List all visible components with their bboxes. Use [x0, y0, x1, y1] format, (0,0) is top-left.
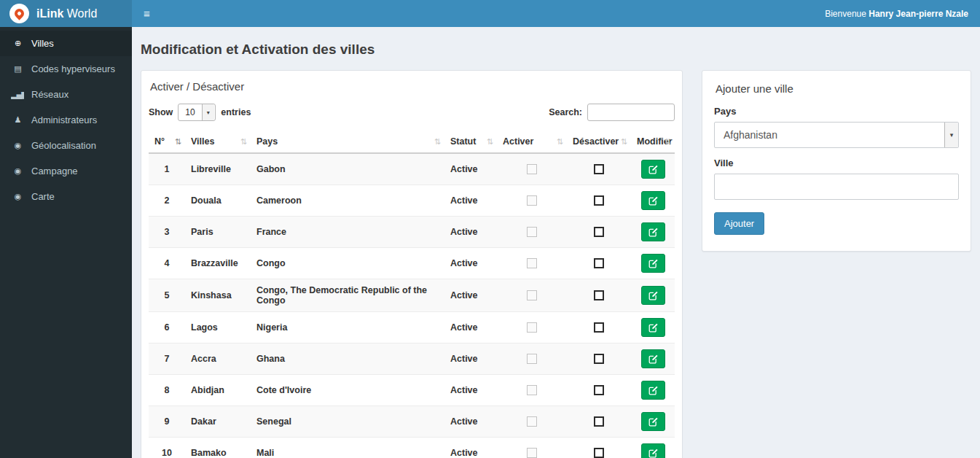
activer-checkbox	[527, 322, 537, 333]
ville-input[interactable]	[714, 174, 959, 200]
column-header[interactable]: Modifier ⇅	[631, 131, 675, 153]
modifier-button[interactable]	[641, 222, 665, 241]
statut-cell: Active	[444, 344, 497, 375]
sidebar-item-villes[interactable]: ⊕ Villes	[0, 31, 132, 56]
desactiver-checkbox[interactable]	[594, 258, 604, 268]
welcome-prefix: Bienvenue	[825, 9, 866, 19]
modifier-button[interactable]	[641, 381, 665, 400]
map-marker-icon: ◉	[11, 166, 24, 176]
activer-checkbox	[527, 195, 537, 206]
sidebar-item-administrateurs[interactable]: ♟ Administrateurs	[0, 107, 132, 133]
brand-title: iLink World	[36, 7, 97, 20]
modifier-button[interactable]	[641, 349, 665, 368]
table-row: 7 Accra Ghana Active	[149, 344, 675, 375]
user-icon: ♟	[11, 115, 24, 125]
column-header-label: Villes	[191, 136, 214, 147]
activer-checkbox	[527, 354, 537, 364]
hamburger-menu-icon[interactable]: ≡	[132, 0, 162, 27]
desactiver-checkbox[interactable]	[594, 354, 604, 364]
search-control: Search:	[549, 104, 675, 121]
desactiver-checkbox[interactable]	[594, 385, 604, 395]
table-row: 1 Libreville Gabon Active	[149, 153, 675, 185]
statut-cell: Active	[444, 375, 497, 406]
pays-cell: Senegal	[251, 406, 444, 438]
pays-cell: France	[251, 217, 444, 248]
page-length-select[interactable]: 10 ▾	[178, 104, 216, 121]
sidebar-item-label: Administrateurs	[31, 114, 97, 125]
desactiver-checkbox[interactable]	[594, 195, 604, 206]
sidebar-item-codes-hyperviseurs[interactable]: ▤ Codes hyperviseurs	[0, 56, 132, 82]
sidebar-item-label: Carte	[31, 191, 55, 202]
column-header[interactable]: Activer ⇅	[497, 131, 567, 153]
modifier-button[interactable]	[641, 254, 665, 273]
sidebar-item-carte[interactable]: ◉ Carte	[0, 184, 132, 209]
search-label: Search:	[549, 107, 582, 117]
desactiver-checkbox[interactable]	[594, 448, 604, 458]
column-header[interactable]: Désactiver ⇅	[567, 131, 631, 153]
ville-cell: Dakar	[185, 406, 251, 438]
search-input[interactable]	[587, 104, 675, 121]
modifier-button[interactable]	[641, 286, 665, 305]
sidebar-item-campagne[interactable]: ◉ Campagne	[0, 158, 132, 184]
desactiver-checkbox[interactable]	[594, 227, 604, 237]
sidebar-item-reseaux[interactable]: ▂▄▆ Réseaux	[0, 82, 132, 107]
ville-cell: Brazzaville	[185, 248, 251, 279]
modifier-button[interactable]	[641, 318, 665, 337]
column-header[interactable]: Pays ⇅	[251, 131, 444, 153]
page-length-control: Show 10 ▾ entries	[149, 104, 251, 121]
desactiver-checkbox[interactable]	[594, 164, 604, 174]
row-number-cell: 1	[149, 153, 185, 185]
sidebar-item-label: Campagne	[31, 166, 78, 176]
column-header[interactable]: N° ⇅	[149, 131, 185, 153]
modifier-button[interactable]	[641, 191, 665, 210]
sort-icon: ⇅	[240, 137, 247, 147]
desactiver-checkbox[interactable]	[594, 416, 604, 427]
activer-checkbox	[527, 258, 537, 268]
pays-label: Pays	[714, 106, 959, 117]
column-header-label: Désactiver	[573, 136, 619, 147]
top-navbar: iLink World ≡ Bienvenue Hanry Jean-pierr…	[0, 0, 980, 27]
table-row: 9 Dakar Senegal Active	[149, 406, 675, 438]
villes-table-body: 1 Libreville Gabon Active 2 Douala Camer…	[149, 153, 675, 458]
map-pin-icon	[12, 7, 26, 20]
modifier-button[interactable]	[641, 160, 665, 179]
modifier-button[interactable]	[641, 412, 665, 431]
sidebar-item-label: Villes	[31, 38, 54, 49]
chevron-down-icon: ▾	[202, 104, 214, 120]
edit-icon	[648, 386, 658, 395]
desactiver-checkbox[interactable]	[594, 290, 604, 300]
edit-icon	[648, 196, 658, 206]
table-panel-title: Activer / Désactiver	[150, 80, 675, 93]
activer-checkbox	[527, 385, 537, 395]
add-ville-panel: Ajouter une ville Pays Afghanistan ▾ Vil…	[702, 70, 971, 252]
pays-cell: Congo, The Democratic Republic of the Co…	[251, 279, 444, 312]
table-row: 6 Lagos Nigeria Active	[149, 312, 675, 344]
brand-logo-area[interactable]: iLink World	[0, 0, 132, 27]
add-panel-title: Ajouter une ville	[716, 82, 959, 95]
activer-checkbox	[527, 164, 537, 174]
sidebar-item-geolocalisation[interactable]: ◉ Géolocalisation	[0, 133, 132, 158]
pays-select[interactable]: Afghanistan ▾	[714, 122, 959, 148]
main-content: Modification et Activation des villes Ac…	[132, 27, 980, 458]
pays-cell: Congo	[251, 248, 444, 279]
row-number-cell: 5	[149, 279, 185, 312]
desactiver-checkbox[interactable]	[594, 322, 604, 333]
column-header[interactable]: Villes ⇅	[185, 131, 251, 153]
table-header-row: N° ⇅ Villes ⇅ Pays ⇅ Statut ⇅ Activer ⇅ …	[149, 131, 675, 153]
statut-cell: Active	[444, 312, 497, 344]
edit-icon	[648, 323, 658, 333]
pays-cell: Cameroon	[251, 185, 444, 217]
modifier-button[interactable]	[641, 443, 665, 458]
navbar: ≡ Bienvenue Hanry Jean-pierre Nzale	[132, 0, 980, 27]
edit-icon	[648, 291, 658, 300]
welcome-text[interactable]: Bienvenue Hanry Jean-pierre Nzale	[825, 9, 980, 19]
page-title: Modification et Activation des villes	[141, 42, 971, 58]
statut-cell: Active	[444, 438, 497, 458]
sidebar-nav: ⊕ Villes ▤ Codes hyperviseurs ▂▄▆ Réseau…	[0, 27, 132, 458]
row-number-cell: 2	[149, 185, 185, 217]
sort-icon: ⇅	[434, 137, 441, 147]
column-header[interactable]: Statut ⇅	[444, 131, 497, 153]
pays-cell: Mali	[251, 438, 444, 458]
ajouter-button[interactable]: Ajouter	[714, 212, 764, 235]
ville-cell: Abidjan	[185, 375, 251, 406]
